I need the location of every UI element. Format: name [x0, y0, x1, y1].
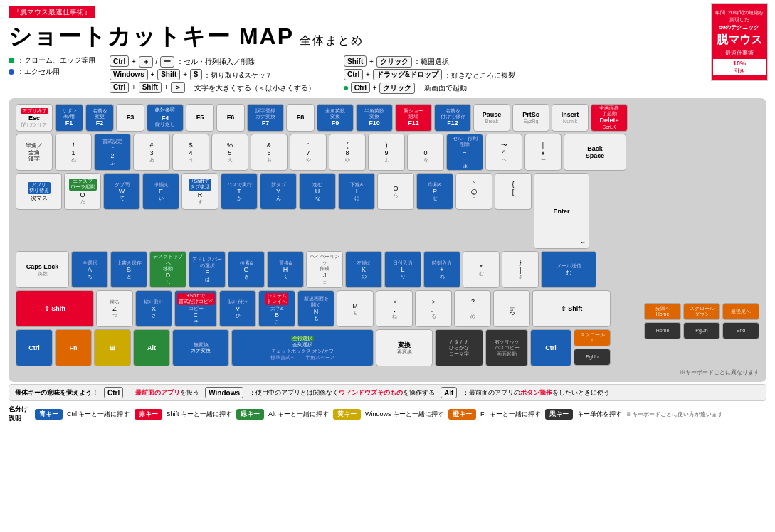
key-ctrl-r[interactable]: Ctrl — [530, 329, 571, 366]
key-henkan[interactable]: 変換 再変換 — [376, 329, 433, 366]
key-f3[interactable]: F3 — [116, 104, 144, 132]
key-f2[interactable]: 名前を変更 F2 — [85, 104, 114, 132]
key-m[interactable]: M も — [337, 290, 374, 327]
key-q[interactable]: エクスプローラ起動 Q た — [64, 173, 101, 210]
key-home[interactable]: 先頭へ Home — [644, 303, 681, 320]
key-l[interactable]: 日付入力 L り — [384, 251, 421, 288]
key-d[interactable]: デスクトップへ移動 D し — [149, 251, 186, 288]
w-sub: て — [120, 196, 125, 201]
key-3[interactable]: # 3 あ — [133, 134, 170, 171]
key-5[interactable]: % 5 え — [211, 134, 248, 171]
key-6[interactable]: & 6 お — [251, 134, 288, 171]
key-rshift[interactable]: ⇧ Shift — [532, 290, 611, 327]
key-k[interactable]: 左揃え K の — [345, 251, 382, 288]
key-y[interactable]: 新タブ Y ん — [260, 173, 297, 210]
key-katakana[interactable]: カタカナひらがな ローマ字 — [435, 329, 483, 366]
key-f6[interactable]: F6 — [216, 104, 245, 132]
key-f12[interactable]: 名前を付けて保存 F12 — [434, 104, 471, 132]
key-end-dark[interactable]: End — [722, 322, 759, 339]
key-n[interactable]: 新規画面を開く N も — [297, 290, 334, 327]
key-prtsc[interactable]: PrtSc SyzRq — [512, 104, 549, 132]
key-t[interactable]: バスで実行 T か — [221, 173, 258, 210]
key-g[interactable]: 検索& G き — [228, 251, 265, 288]
kbd-ctrl2: Ctrl — [110, 82, 129, 93]
key-f7[interactable]: 誤字登録カナ変換 F7 — [247, 104, 284, 132]
key-mail[interactable]: メール送信 む — [541, 251, 596, 288]
at-sub: " — [473, 196, 475, 202]
key-comma[interactable]: ＜ ， ね — [376, 290, 413, 327]
key-9[interactable]: ) 9 よ — [368, 134, 405, 171]
key-pgup-small[interactable]: スクロール↑ — [574, 329, 611, 346]
key-enter[interactable]: Enter ← — [534, 173, 589, 249]
key-tab[interactable]: アプリ切り替え 次マス — [16, 173, 62, 210]
key-4[interactable]: $ 4 う — [172, 134, 209, 171]
key-1[interactable]: ！ 1 ぬ — [55, 134, 92, 171]
key-pause[interactable]: Pause Break — [473, 104, 510, 132]
v-main: V — [236, 305, 240, 313]
key-rclick[interactable]: 右クリック パスコピー画面起動 — [485, 329, 528, 366]
key-asterisk[interactable]: * む — [463, 251, 500, 288]
key-fn[interactable]: Fn — [55, 329, 92, 366]
key-b[interactable]: システムトレイへ 太字& B こ — [258, 290, 295, 327]
key-win[interactable]: ⊞ — [94, 329, 131, 366]
key-f4[interactable]: 絶対参照 F4 繰り返し — [147, 104, 184, 132]
key-pgdn[interactable]: PgDn — [683, 322, 720, 339]
key-end[interactable]: 最後尾へ — [722, 303, 759, 320]
key-pgup[interactable]: PgUp — [574, 349, 611, 366]
key-ctrl-l[interactable]: Ctrl — [16, 329, 53, 366]
key-bracket-r[interactable]: } ] J — [502, 251, 539, 288]
a-main: A — [88, 266, 92, 274]
key-plus[interactable]: 時刻入力 + れ — [423, 251, 460, 288]
key-period[interactable]: ＞ 。 る — [415, 290, 452, 327]
key-home-dark[interactable]: Home — [644, 322, 681, 339]
key-hyphen[interactable]: セル・行列削除 = ー ほ — [446, 134, 483, 171]
key-8[interactable]: ( 8 ゆ — [329, 134, 366, 171]
key-p[interactable]: 印刷& P せ — [416, 173, 453, 210]
key-capslock[interactable]: Caps Lock 英数 — [16, 251, 69, 288]
key-hankaku[interactable]: 半角／ 全角 漢字 — [16, 134, 53, 171]
bs-main: ろ — [509, 309, 515, 316]
key-c[interactable]: +Shiftで書式だけコピペ コピー C そ — [174, 290, 217, 327]
key-f8[interactable]: F8 — [286, 104, 315, 132]
key-h[interactable]: 置換& H く — [267, 251, 304, 288]
key-i[interactable]: 下線& I に — [338, 173, 375, 210]
key-backspace[interactable]: BackSpace — [564, 134, 626, 171]
key-j[interactable]: ハイパーリンク作成 J ま — [306, 251, 343, 288]
key-f11[interactable]: 新ショー退場 F11 — [395, 104, 432, 132]
key-f9[interactable]: 全角英数変換 F9 — [317, 104, 354, 132]
key-7[interactable]: ' 7 や — [290, 134, 327, 171]
key-z[interactable]: 戻る Z つ — [96, 290, 133, 327]
key-backslash[interactable]: ＿ ろ — [493, 290, 530, 327]
key-f5[interactable]: F5 — [186, 104, 214, 132]
key-muhenkan[interactable]: 無変換 カナ変換 — [172, 329, 229, 366]
key-o[interactable]: O ら — [377, 173, 414, 210]
key-insert[interactable]: Insert Numlk — [552, 104, 589, 132]
key-yen[interactable]: | ¥ ー — [524, 134, 562, 171]
key-space[interactable]: 全行選択 全列選択 チェックボックス オン/オフ 標準書式へ 半角スペース — [231, 329, 374, 366]
key-r[interactable]: +Shiftでタブ復活 R す — [181, 173, 218, 210]
key-delete[interactable]: 全画面終了起動 Delete ScrLK — [591, 104, 628, 132]
key-v[interactable]: 貼り付け V ひ — [219, 290, 256, 327]
key-pgdn-scroll[interactable]: スクロールダウン — [683, 303, 720, 320]
key-u[interactable]: 進む U な — [299, 173, 336, 210]
alt-desc: ：最前面のアプリのボタン操作をしたいときに使う — [463, 388, 610, 398]
key-x[interactable]: 切り取り X さ — [135, 290, 172, 327]
key-caret[interactable]: 〜 ^ へ — [485, 134, 522, 171]
key-2[interactable]: 書式設定 " 2 ふ — [94, 134, 131, 171]
key-slash[interactable]: ？ ・ め — [454, 290, 491, 327]
key-w[interactable]: タブ閉 W て — [103, 173, 140, 210]
key-f10[interactable]: 半角英数変換 F10 — [356, 104, 393, 132]
f2-label: F2 — [96, 119, 104, 127]
key-a[interactable]: 全選択 A ち — [71, 251, 108, 288]
key-esc[interactable]: アプリ終了 Esc 閉じ/クリア — [16, 104, 53, 132]
key-s[interactable]: 上書き保存 S と — [110, 251, 147, 288]
key-alt-l[interactable]: Alt — [133, 329, 170, 366]
key-lshift[interactable]: ⇧ Shift — [16, 290, 94, 327]
key-e[interactable]: 中揃え E い — [142, 173, 179, 210]
key4-sub: う — [189, 157, 194, 163]
key-at[interactable]: ` @ " — [455, 173, 492, 210]
key-f[interactable]: アドレスバーの選択 F は — [189, 251, 226, 288]
key-0[interactable]: 0 を — [407, 134, 444, 171]
key-bracket-l[interactable]: { [ ゜ — [495, 173, 532, 210]
key-f1[interactable]: リボン表/用 F1 — [55, 104, 83, 132]
